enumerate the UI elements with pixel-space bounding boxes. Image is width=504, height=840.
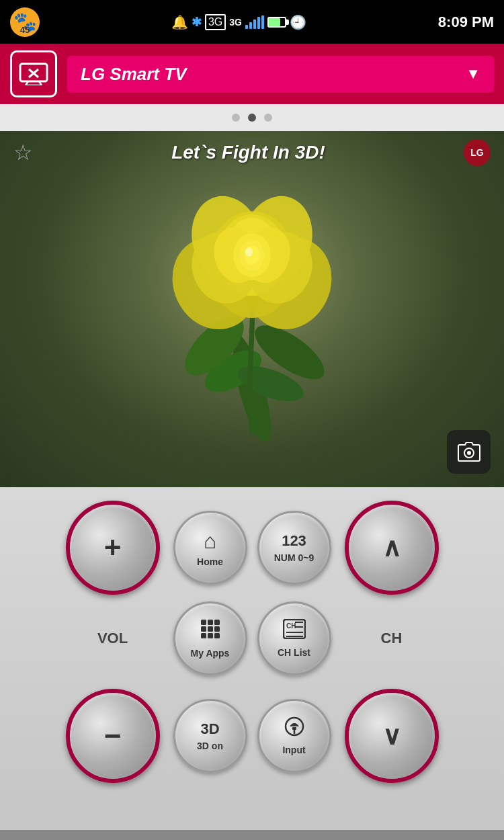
device-selector[interactable]: LG Smart TV ▼	[67, 56, 494, 93]
dot-2[interactable]	[248, 114, 256, 122]
vol-label-container: VOL	[66, 630, 160, 647]
ch-list-label: CH List	[278, 647, 310, 658]
threed-icon: 3D	[200, 720, 219, 738]
app-header: LG Smart TV ▼	[0, 44, 504, 104]
svg-point-27	[467, 451, 471, 455]
battery-icon	[267, 17, 286, 28]
home-button[interactable]: ⌂ Home	[173, 511, 247, 585]
input-icon	[283, 716, 306, 742]
input-button[interactable]: Input	[257, 699, 331, 773]
ch-label: CH	[381, 630, 403, 646]
threed-button[interactable]: 3D 3D on	[173, 699, 247, 773]
bottom-arrow-icon: ▲	[243, 838, 261, 841]
ch-list-button[interactable]: CH CH List	[257, 601, 331, 675]
input-label: Input	[282, 745, 305, 755]
dot-1[interactable]	[232, 114, 240, 122]
ch-down-button[interactable]: ∨	[345, 689, 439, 783]
content-header: ☆ Let`s Fight In 3D! LG	[0, 131, 504, 174]
ch-label-container: CH	[345, 630, 439, 647]
rose-image	[0, 131, 504, 487]
svg-rect-35	[208, 633, 213, 638]
remote-row-2: VOL	[7, 601, 497, 675]
lg-circle-icon: LG	[464, 139, 491, 166]
paw-count: 45	[20, 25, 30, 35]
ch-list-icon: CH	[283, 619, 306, 644]
remote-row-1: + ⌂ Home 123 NUM 0~9 ∧	[7, 501, 497, 595]
svg-point-25	[245, 247, 253, 256]
num-icon: 123	[282, 532, 306, 550]
ch-section: ∧	[345, 501, 439, 595]
signal-bars-icon	[245, 15, 264, 29]
center-row-2: My Apps CH CH List	[173, 601, 331, 675]
home-icon: ⌂	[204, 529, 216, 554]
apps-label: My Apps	[191, 648, 230, 659]
screenshot-button[interactable]	[447, 430, 491, 474]
center-row-3: 3D 3D on Input	[173, 699, 331, 773]
num-label: NUM 0~9	[274, 552, 314, 563]
apps-icon	[200, 618, 221, 645]
num-button[interactable]: 123 NUM 0~9	[257, 511, 331, 585]
center-buttons-2: My Apps CH CH List	[173, 601, 331, 675]
time-display: 8:09 PM	[438, 13, 494, 31]
remote-control: + ⌂ Home 123 NUM 0~9 ∧	[0, 487, 504, 830]
dot-3[interactable]	[264, 114, 272, 122]
ch-down-icon: ∨	[382, 721, 401, 751]
ch-up-icon: ∧	[382, 533, 401, 562]
paw-badge: 🐾 45	[10, 7, 40, 37]
vol-up-button[interactable]: +	[66, 501, 160, 595]
tv-icon-button[interactable]	[10, 50, 57, 97]
status-icons: 🔔 ✱ 3G 3G 🕘	[171, 14, 306, 30]
my-apps-button[interactable]: My Apps	[173, 601, 247, 675]
ch-up-button[interactable]: ∧	[345, 501, 439, 595]
svg-rect-44	[292, 727, 296, 730]
network-label: 3G	[229, 17, 242, 28]
favorite-icon[interactable]: ☆	[13, 140, 33, 165]
content-area: ☆ Let`s Fight In 3D! LG	[0, 131, 504, 487]
status-bar: 🐾 45 🔔 ✱ 3G 3G 🕘 8:09 PM	[0, 0, 504, 44]
vol-section: +	[66, 501, 160, 595]
status-left: 🐾 45	[10, 7, 40, 37]
ch-down-section: ∨	[345, 689, 439, 783]
clock-icon: 🕘	[290, 14, 306, 30]
svg-rect-30	[214, 620, 220, 625]
svg-rect-32	[208, 626, 213, 632]
home-label: Home	[197, 556, 223, 567]
lg-logo: LG	[464, 139, 491, 166]
signal-box-icon: 3G	[205, 14, 226, 30]
center-buttons-3: 3D 3D on Input	[173, 699, 331, 773]
device-name: LG Smart TV	[81, 64, 186, 85]
vol-minus-section: −	[66, 689, 160, 783]
center-buttons: ⌂ Home 123 NUM 0~9	[173, 511, 331, 585]
notification-icon: 🔔	[171, 14, 188, 30]
center-row-1: ⌂ Home 123 NUM 0~9	[173, 511, 331, 585]
vol-down-button[interactable]: −	[66, 689, 160, 783]
svg-rect-33	[214, 626, 220, 632]
content-title: Let`s Fight In 3D!	[171, 142, 325, 163]
bluetooth-icon: ✱	[192, 15, 202, 30]
bottom-bar[interactable]: ▲	[0, 830, 504, 840]
vol-label: VOL	[97, 630, 128, 646]
threed-label: 3D on	[197, 741, 223, 751]
svg-rect-36	[214, 633, 220, 638]
svg-rect-31	[201, 626, 206, 632]
tv-icon	[19, 58, 48, 90]
dots-indicator	[0, 104, 504, 131]
svg-rect-28	[201, 620, 206, 625]
svg-text:CH: CH	[286, 622, 296, 630]
remote-row-3: − 3D 3D on	[7, 689, 497, 783]
svg-rect-29	[208, 620, 213, 625]
dropdown-arrow-icon: ▼	[466, 65, 480, 83]
svg-rect-34	[201, 633, 206, 638]
